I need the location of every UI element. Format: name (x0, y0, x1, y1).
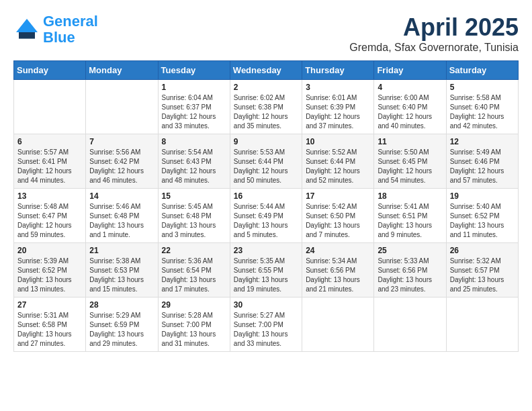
sunrise: Sunrise: 5:27 AM (234, 311, 298, 320)
cell-content: Sunrise: 5:31 AM Sunset: 6:58 PM Dayligh… (17, 311, 82, 349)
day-number: 9 (234, 137, 298, 146)
day-number: 6 (17, 137, 82, 146)
sunrise: Sunrise: 5:29 AM (89, 311, 154, 320)
sunrise: Sunrise: 5:41 AM (378, 202, 442, 212)
day-number: 28 (89, 300, 154, 310)
daylight: Daylight: 13 hours and 27 minutes. (17, 330, 82, 349)
day-number: 1 (162, 83, 226, 92)
sunrise: Sunrise: 5:38 AM (89, 257, 154, 266)
calendar-week-row: 6 Sunrise: 5:57 AM Sunset: 6:41 PM Dayli… (14, 134, 519, 189)
table-row: 5 Sunrise: 5:58 AM Sunset: 6:40 PM Dayli… (446, 80, 518, 134)
day-number: 26 (450, 246, 515, 255)
sunset: Sunset: 6:39 PM (306, 103, 370, 112)
page-header: General Blue April 2025 Gremda, Sfax Gov… (13, 13, 519, 54)
cell-content: Sunrise: 5:50 AM Sunset: 6:45 PM Dayligh… (378, 148, 442, 185)
day-number: 17 (306, 191, 370, 201)
daylight: Daylight: 13 hours and 17 minutes. (162, 275, 226, 294)
cell-content: Sunrise: 5:35 AM Sunset: 6:55 PM Dayligh… (234, 257, 298, 294)
daylight: Daylight: 13 hours and 19 minutes. (234, 275, 298, 294)
sunset: Sunset: 6:52 PM (17, 266, 82, 275)
table-row: 10 Sunrise: 5:52 AM Sunset: 6:44 PM Dayl… (302, 134, 374, 189)
daylight: Daylight: 13 hours and 31 minutes. (162, 330, 226, 349)
daylight: Daylight: 12 hours and 42 minutes. (450, 112, 515, 131)
sunset: Sunset: 6:46 PM (450, 157, 515, 167)
daylight: Daylight: 12 hours and 33 minutes. (162, 112, 226, 131)
sunrise: Sunrise: 5:46 AM (89, 202, 154, 212)
logo-text: General Blue (43, 13, 98, 46)
cell-content: Sunrise: 5:32 AM Sunset: 6:57 PM Dayligh… (450, 257, 515, 294)
day-number: 20 (17, 246, 82, 255)
sunset: Sunset: 6:41 PM (17, 157, 82, 167)
table-row: 16 Sunrise: 5:44 AM Sunset: 6:49 PM Dayl… (230, 189, 302, 243)
location-title: Gremda, Sfax Governorate, Tunisia (349, 42, 519, 54)
day-number: 23 (234, 246, 298, 255)
daylight: Daylight: 12 hours and 57 minutes. (450, 167, 515, 185)
sunset: Sunset: 6:49 PM (234, 212, 298, 221)
sunrise: Sunrise: 5:48 AM (17, 202, 82, 212)
table-row: 29 Sunrise: 5:28 AM Sunset: 7:00 PM Dayl… (158, 298, 230, 352)
sunset: Sunset: 6:37 PM (162, 103, 226, 112)
cell-content: Sunrise: 5:40 AM Sunset: 6:52 PM Dayligh… (450, 202, 515, 240)
daylight: Daylight: 12 hours and 52 minutes. (306, 167, 370, 185)
day-number: 14 (89, 191, 154, 201)
sunrise: Sunrise: 5:54 AM (162, 148, 226, 157)
calendar-table: Sunday Monday Tuesday Wednesday Thursday… (13, 60, 519, 352)
daylight: Daylight: 13 hours and 1 minute. (89, 221, 154, 240)
daylight: Daylight: 13 hours and 3 minutes. (162, 221, 226, 240)
table-row: 1 Sunrise: 6:04 AM Sunset: 6:37 PM Dayli… (158, 80, 230, 134)
sunset: Sunset: 6:57 PM (450, 266, 515, 275)
day-number: 27 (17, 300, 82, 310)
cell-content: Sunrise: 5:53 AM Sunset: 6:44 PM Dayligh… (234, 148, 298, 185)
cell-content: Sunrise: 5:54 AM Sunset: 6:43 PM Dayligh… (162, 148, 226, 185)
cell-content: Sunrise: 5:29 AM Sunset: 6:59 PM Dayligh… (89, 311, 154, 349)
daylight: Daylight: 13 hours and 15 minutes. (89, 275, 154, 294)
day-number: 16 (234, 191, 298, 201)
daylight: Daylight: 13 hours and 25 minutes. (450, 275, 515, 294)
sunrise: Sunrise: 5:39 AM (17, 257, 82, 266)
sunrise: Sunrise: 5:34 AM (306, 257, 370, 266)
table-row: 24 Sunrise: 5:34 AM Sunset: 6:56 PM Dayl… (302, 243, 374, 298)
sunset: Sunset: 7:00 PM (234, 320, 298, 330)
table-row: 11 Sunrise: 5:50 AM Sunset: 6:45 PM Dayl… (374, 134, 446, 189)
title-block: April 2025 Gremda, Sfax Governorate, Tun… (349, 13, 519, 54)
sunrise: Sunrise: 5:44 AM (234, 202, 298, 212)
table-row: 3 Sunrise: 6:01 AM Sunset: 6:39 PM Dayli… (302, 80, 374, 134)
svg-marker-0 (16, 19, 38, 32)
logo-line2: Blue (43, 29, 75, 46)
table-row (302, 298, 374, 352)
daylight: Daylight: 13 hours and 21 minutes. (306, 275, 370, 294)
sunrise: Sunrise: 6:04 AM (162, 93, 226, 103)
sunrise: Sunrise: 5:31 AM (17, 311, 82, 320)
sunrise: Sunrise: 5:36 AM (162, 257, 226, 266)
sunset: Sunset: 6:50 PM (306, 212, 370, 221)
sunrise: Sunrise: 5:28 AM (162, 311, 226, 320)
sunset: Sunset: 6:43 PM (162, 157, 226, 167)
table-row: 23 Sunrise: 5:35 AM Sunset: 6:55 PM Dayl… (230, 243, 302, 298)
table-row (14, 80, 86, 134)
daylight: Daylight: 12 hours and 35 minutes. (234, 112, 298, 131)
table-row: 13 Sunrise: 5:48 AM Sunset: 6:47 PM Dayl… (14, 189, 86, 243)
day-number: 29 (162, 300, 226, 310)
sunset: Sunset: 6:56 PM (378, 266, 442, 275)
sunset: Sunset: 6:47 PM (17, 212, 82, 221)
sunset: Sunset: 6:48 PM (89, 212, 154, 221)
day-number: 25 (378, 246, 442, 255)
day-number: 18 (378, 191, 442, 201)
daylight: Daylight: 12 hours and 59 minutes. (17, 221, 82, 240)
sunrise: Sunrise: 5:50 AM (378, 148, 442, 157)
sunrise: Sunrise: 5:57 AM (17, 148, 82, 157)
sunrise: Sunrise: 5:42 AM (306, 202, 370, 212)
day-number: 8 (162, 137, 226, 146)
sunset: Sunset: 6:58 PM (17, 320, 82, 330)
col-sunday: Sunday (14, 61, 86, 80)
sunrise: Sunrise: 5:49 AM (450, 148, 515, 157)
svg-rect-1 (19, 32, 35, 39)
table-row: 15 Sunrise: 5:45 AM Sunset: 6:48 PM Dayl… (158, 189, 230, 243)
col-thursday: Thursday (302, 61, 374, 80)
day-number: 30 (234, 300, 298, 310)
table-row: 6 Sunrise: 5:57 AM Sunset: 6:41 PM Dayli… (14, 134, 86, 189)
table-row: 14 Sunrise: 5:46 AM Sunset: 6:48 PM Dayl… (86, 189, 158, 243)
daylight: Daylight: 13 hours and 7 minutes. (306, 221, 370, 240)
sunset: Sunset: 6:40 PM (378, 103, 442, 112)
cell-content: Sunrise: 6:02 AM Sunset: 6:38 PM Dayligh… (234, 93, 298, 131)
